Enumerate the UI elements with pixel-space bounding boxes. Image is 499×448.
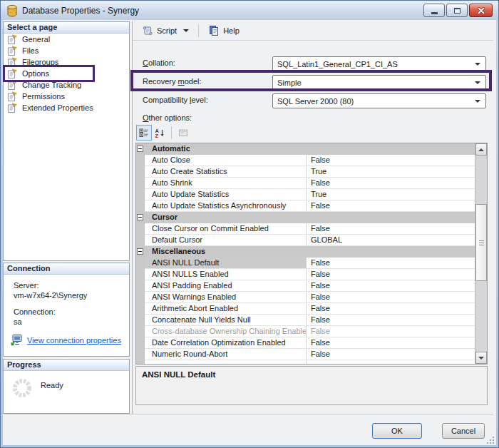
sidebar-item-general[interactable]: General <box>4 34 129 45</box>
script-button[interactable]: Script <box>137 23 194 39</box>
page-icon <box>7 103 17 113</box>
scrollbar-thumb[interactable] <box>475 204 487 281</box>
view-connection-properties-link[interactable]: View connection properties <box>27 336 121 345</box>
property-value[interactable]: False <box>307 258 475 269</box>
sidebar-item-label: Filegroups <box>22 58 58 66</box>
collapse-icon[interactable] <box>137 146 143 152</box>
script-icon <box>142 25 153 36</box>
chevron-down-icon <box>475 63 480 66</box>
cancel-button[interactable]: Cancel <box>442 423 485 439</box>
grid-row[interactable]: Auto Update Statistics AsynchronouslyFal… <box>136 200 475 212</box>
property-value[interactable]: False <box>307 155 475 166</box>
grid-row[interactable]: Auto Update StatisticsTrue <box>136 189 475 200</box>
help-button[interactable]: Help <box>203 23 245 39</box>
close-button[interactable] <box>469 4 493 17</box>
category-strip <box>136 212 145 223</box>
alphabetical-sort-icon: A Z <box>155 128 165 138</box>
property-grid: AutomaticAuto CloseFalseAuto Create Stat… <box>135 143 488 365</box>
sidebar-item-files[interactable]: Files <box>4 45 129 56</box>
grid-category-row[interactable]: Cursor <box>136 212 475 223</box>
minimize-button[interactable] <box>423 4 445 17</box>
grid-row[interactable]: Concatenate Null Yields NullFalse <box>136 315 475 326</box>
maximize-button[interactable] <box>446 4 468 17</box>
script-dropdown-caret-icon[interactable] <box>183 29 189 32</box>
compatibility-level-label: Compatibility level: <box>143 96 208 107</box>
property-value[interactable]: GLOBAL <box>307 235 475 246</box>
property-value[interactable]: True <box>307 189 475 200</box>
collapse-icon[interactable] <box>137 248 143 255</box>
ok-button[interactable]: OK <box>372 423 422 439</box>
grid-row[interactable] <box>136 360 475 364</box>
property-description-title: ANSI NULL Default <box>142 370 481 379</box>
page-icon <box>7 68 17 78</box>
row-strip <box>136 349 145 360</box>
grid-row[interactable]: Numeric Round-AbortFalse <box>136 349 475 360</box>
scroll-down-button[interactable] <box>475 352 487 364</box>
sidebar-item-options[interactable]: Options <box>4 68 129 79</box>
property-value[interactable]: False <box>307 223 475 235</box>
scrollbar-track[interactable] <box>475 156 487 352</box>
close-icon <box>478 7 485 14</box>
sidebar-item-label: General <box>22 35 50 44</box>
page-icon <box>7 57 17 67</box>
categorized-button[interactable] <box>136 125 152 141</box>
grid-category-row[interactable]: Miscellaneous <box>136 246 475 258</box>
row-strip <box>136 303 145 315</box>
resize-grip[interactable] <box>487 436 495 444</box>
database-icon <box>6 4 18 17</box>
property-value[interactable]: True <box>307 166 475 178</box>
grid-row[interactable]: Auto Create StatisticsTrue <box>136 166 475 178</box>
sidebar-item-filegroups[interactable]: Filegroups <box>4 56 129 68</box>
dialog-window: Database Properties - Synergy Select a p… <box>0 0 499 448</box>
connection-properties-icon <box>11 334 24 346</box>
grid-row[interactable]: Arithmetic Abort EnabledFalse <box>136 303 475 315</box>
property-value[interactable]: False <box>307 349 475 360</box>
grid-row[interactable]: ANSI Padding EnabledFalse <box>136 280 475 292</box>
grid-category-row[interactable]: Automatic <box>136 143 475 155</box>
sidebar-item-extended-properties[interactable]: Extended Properties <box>4 102 129 113</box>
compatibility-level-dropdown[interactable]: SQL Server 2000 (80) <box>272 93 486 108</box>
property-pages-button[interactable] <box>175 125 191 141</box>
other-options-label: Other options: <box>143 113 192 125</box>
property-value[interactable]: False <box>307 178 475 189</box>
property-value[interactable]: False <box>307 292 475 303</box>
property-name: Default Cursor <box>145 235 307 246</box>
toolbar-separator <box>171 126 172 139</box>
help-icon <box>208 25 220 36</box>
grid-row[interactable]: Cross-database Ownership Chaining Enable… <box>136 326 475 337</box>
thumb-grip-icon <box>479 240 484 245</box>
sidebar-item-change-tracking[interactable]: Change Tracking <box>4 79 129 91</box>
grid-row[interactable]: Auto CloseFalse <box>136 155 475 166</box>
grid-row[interactable]: ANSI NULLS EnabledFalse <box>136 269 475 280</box>
grid-row[interactable]: Close Cursor on Commit EnabledFalse <box>136 223 475 235</box>
property-value[interactable]: False <box>307 326 475 337</box>
grid-row[interactable]: Default CursorGLOBAL <box>136 235 475 246</box>
recovery-model-dropdown[interactable]: Simple <box>272 75 486 90</box>
progress-header: Progress <box>4 360 129 371</box>
grid-row[interactable]: Auto ShrinkFalse <box>136 178 475 189</box>
arrow-up-icon <box>478 148 484 151</box>
collation-dropdown[interactable]: SQL_Latin1_General_CP1_CI_AS <box>272 56 486 71</box>
chevron-down-icon <box>475 81 480 84</box>
property-pages-icon <box>178 128 188 138</box>
property-value[interactable]: False <box>307 200 475 212</box>
property-value[interactable]: False <box>307 303 475 315</box>
title-bar[interactable]: Database Properties - Synergy <box>1 1 498 20</box>
collapse-icon[interactable] <box>137 214 143 220</box>
scroll-up-button[interactable] <box>475 143 487 156</box>
connection-value: sa <box>14 317 129 326</box>
property-value[interactable]: False <box>307 337 475 349</box>
sidebar-item-permissions[interactable]: Permissions <box>4 91 129 102</box>
grid-row[interactable]: ANSI NULL DefaultFalse <box>136 258 475 269</box>
grid-row[interactable]: ANSI Warnings EnabledFalse <box>136 292 475 303</box>
property-value[interactable]: False <box>307 280 475 292</box>
property-description-box: ANSI NULL Default <box>135 366 488 405</box>
property-value[interactable]: False <box>307 269 475 280</box>
page-icon <box>7 91 17 101</box>
alphabetical-sort-button[interactable]: A Z <box>152 125 168 141</box>
property-value[interactable] <box>307 360 475 364</box>
property-name: Auto Shrink <box>145 178 307 189</box>
property-value[interactable]: False <box>307 315 475 326</box>
grid-row[interactable]: Date Correlation Optimization EnabledFal… <box>136 337 475 349</box>
grid-scrollbar[interactable] <box>475 143 487 364</box>
